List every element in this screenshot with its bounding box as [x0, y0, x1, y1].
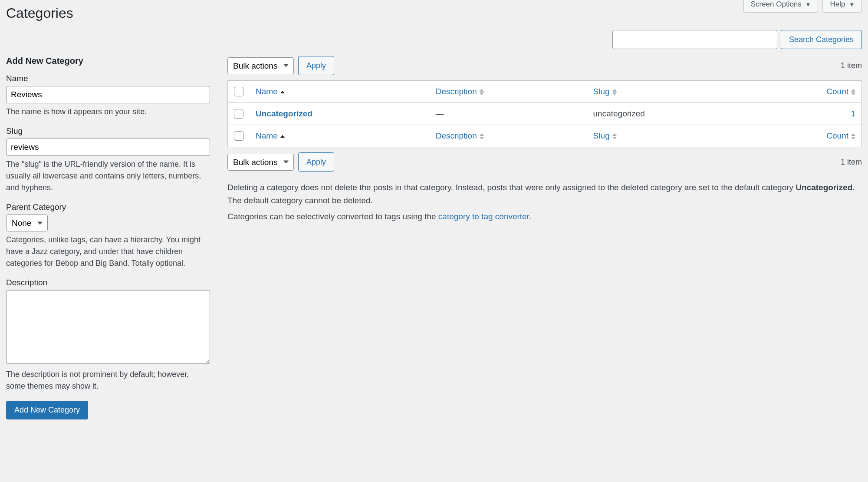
sort-icon: [851, 89, 855, 95]
category-slug-cell: uncategorized: [587, 103, 754, 125]
page-title: Categories: [6, 0, 862, 30]
select-all-checkbox-bottom[interactable]: [234, 131, 243, 141]
screen-options-label: Screen Options: [751, 0, 802, 8]
delete-note: Deleting a category does not delete the …: [227, 181, 862, 208]
help-label: Help: [830, 0, 845, 8]
table-row: Uncategorized — uncategorized 1: [228, 103, 862, 125]
column-description-label: Description: [436, 87, 477, 96]
sort-icon: [280, 91, 285, 93]
column-slug-header[interactable]: Slug: [593, 87, 617, 96]
sort-icon: [851, 133, 855, 139]
column-count-header[interactable]: Count: [826, 87, 855, 96]
name-label: Name: [6, 74, 210, 83]
search-input[interactable]: [612, 30, 777, 49]
name-input[interactable]: [6, 86, 210, 103]
category-description-cell: —: [430, 103, 587, 125]
chevron-down-icon: ▼: [849, 1, 855, 8]
apply-button-bottom[interactable]: Apply: [298, 152, 334, 172]
convert-note: Categories can be selectively converted …: [227, 210, 862, 223]
description-textarea[interactable]: [6, 290, 210, 364]
help-button[interactable]: Help ▼: [822, 0, 862, 13]
column-name-footer[interactable]: Name: [256, 131, 285, 140]
select-all-checkbox-top[interactable]: [234, 87, 243, 96]
column-name-label: Name: [256, 87, 278, 96]
bulk-actions-select-top[interactable]: Bulk actions: [227, 57, 294, 74]
tag-converter-link[interactable]: category to tag converter: [438, 212, 529, 221]
sort-icon: [612, 133, 617, 139]
column-name-header[interactable]: Name: [256, 87, 285, 96]
name-help: The name is how it appears on your site.: [6, 106, 210, 118]
add-new-category-heading: Add New Category: [6, 56, 210, 66]
sort-icon: [280, 135, 285, 138]
slug-help: The "slug" is the URL-friendly version o…: [6, 158, 210, 194]
screen-options-button[interactable]: Screen Options ▼: [743, 0, 819, 13]
description-label: Description: [6, 278, 210, 287]
category-name-link[interactable]: Uncategorized: [256, 109, 312, 118]
chevron-down-icon: ▼: [806, 1, 811, 8]
slug-label: Slug: [6, 126, 210, 136]
column-count-label: Count: [826, 87, 848, 96]
row-checkbox[interactable]: [234, 109, 243, 119]
sort-icon: [612, 89, 617, 95]
categories-table: Name Description Slug Count Uncategorize…: [227, 80, 862, 147]
search-categories-button[interactable]: Search Categories: [781, 30, 862, 49]
column-description-footer[interactable]: Description: [436, 131, 484, 140]
sort-icon: [480, 89, 484, 95]
slug-input[interactable]: [6, 139, 210, 156]
item-count-top: 1 item: [841, 61, 862, 70]
parent-category-label: Parent Category: [6, 202, 210, 212]
apply-button-top[interactable]: Apply: [298, 56, 334, 75]
parent-category-help: Categories, unlike tags, can have a hier…: [6, 234, 210, 269]
parent-category-select[interactable]: None: [6, 215, 48, 231]
column-slug-label: Slug: [593, 87, 610, 96]
add-new-category-submit[interactable]: Add New Category: [6, 401, 88, 419]
bulk-actions-select-bottom[interactable]: Bulk actions: [227, 154, 294, 171]
category-count-link[interactable]: 1: [851, 109, 855, 118]
column-count-footer[interactable]: Count: [826, 131, 855, 140]
column-slug-footer[interactable]: Slug: [593, 131, 617, 140]
description-help: The description is not prominent by defa…: [6, 369, 210, 392]
sort-icon: [480, 133, 484, 139]
column-description-header[interactable]: Description: [436, 87, 484, 96]
item-count-bottom: 1 item: [841, 158, 862, 167]
